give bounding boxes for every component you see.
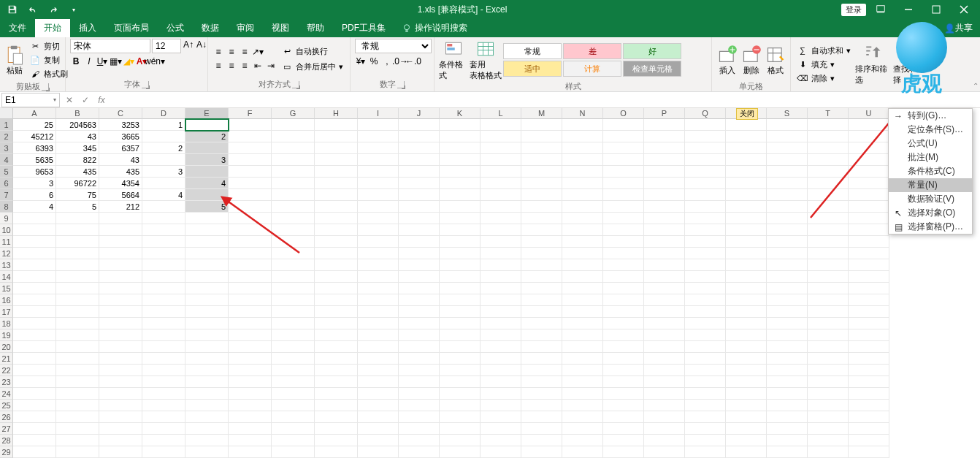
cell[interactable] [685,154,726,166]
cell[interactable] [644,119,685,131]
cell[interactable] [399,248,440,259]
cell[interactable] [767,365,808,376]
cell[interactable] [315,119,358,131]
cell[interactable] [726,376,767,388]
cell[interactable] [272,376,315,388]
row-headers[interactable]: 1234567891011121314151617181920212223242… [0,119,13,458]
cell[interactable] [440,142,481,154]
cell[interactable] [229,224,272,236]
percent-icon[interactable]: % [368,56,380,67]
currency-icon[interactable]: ¥▾ [355,56,367,67]
cell[interactable] [644,376,685,388]
cell[interactable] [142,435,185,446]
cell[interactable] [56,271,99,283]
cell[interactable] [440,166,481,178]
number-format-combo[interactable]: 常规 [355,39,432,53]
cell[interactable] [521,329,562,341]
cell[interactable] [481,400,521,411]
cell[interactable] [272,201,315,213]
cell[interactable] [603,306,644,318]
cell[interactable] [521,376,562,388]
cell[interactable] [99,329,142,341]
cell[interactable] [726,423,767,435]
decrease-font-icon[interactable]: A↓ [196,39,207,50]
cell[interactable] [13,400,56,411]
cell[interactable] [481,131,521,142]
cell[interactable] [521,119,562,131]
cell[interactable] [358,400,399,411]
cell[interactable] [767,423,808,435]
cell[interactable] [56,294,99,306]
cell[interactable] [315,154,358,166]
cell[interactable] [440,329,481,341]
cell[interactable] [808,283,849,294]
cell[interactable] [399,294,440,306]
cell[interactable] [481,388,521,400]
row-header[interactable]: 23 [0,376,13,388]
cell[interactable] [644,131,685,142]
cell[interactable] [521,236,562,248]
cell[interactable] [767,131,808,142]
cell[interactable] [767,189,808,201]
tab-view[interactable]: 视图 [263,19,298,37]
cell[interactable] [315,365,358,376]
row-header[interactable]: 22 [0,365,13,376]
cell[interactable] [440,119,481,131]
col-header-T[interactable]: T [808,108,849,119]
cell[interactable] [481,248,521,259]
cell[interactable] [440,248,481,259]
cell[interactable] [603,435,644,446]
cell[interactable] [767,294,808,306]
cell[interactable] [644,365,685,376]
cancel-formula-button[interactable]: ✕ [61,93,77,107]
row-header[interactable]: 9 [0,213,13,224]
cell[interactable] [142,283,185,294]
row-header[interactable]: 27 [0,423,13,435]
cell[interactable] [272,259,315,271]
cell[interactable] [808,318,849,329]
cell[interactable] [767,259,808,271]
cell[interactable] [849,142,889,154]
cell[interactable] [13,306,56,318]
cell[interactable] [440,423,481,435]
tab-insert[interactable]: 插入 [70,19,105,37]
cell[interactable] [142,353,185,365]
cell[interactable] [56,446,99,458]
cell[interactable] [521,353,562,365]
cell[interactable] [726,142,767,154]
cell[interactable] [315,376,358,388]
cell[interactable] [562,189,603,201]
cell[interactable] [399,189,440,201]
qat-customize[interactable]: ▾ [64,1,83,18]
align-bottom-icon[interactable]: ≡ [239,46,250,58]
cell[interactable] [399,435,440,446]
cell[interactable] [562,131,603,142]
cell[interactable] [767,236,808,248]
row-header[interactable]: 19 [0,329,13,341]
cell[interactable] [399,446,440,458]
cell[interactable] [685,283,726,294]
insert-cells-button[interactable]: 插入 [716,39,738,81]
cell[interactable] [726,294,767,306]
col-header-P[interactable]: P [644,108,685,119]
phonetic-button[interactable]: wén▾ [149,56,161,67]
cell[interactable] [229,306,272,318]
maximize-button[interactable] [923,1,949,18]
cell[interactable] [644,435,685,446]
cell[interactable] [726,201,767,213]
cell[interactable] [315,271,358,283]
cell[interactable] [358,154,399,166]
cell[interactable] [481,376,521,388]
row-header[interactable]: 2 [0,131,13,142]
merge-center-button[interactable]: ▭合并后居中▾ [280,60,345,73]
cell[interactable] [358,166,399,178]
cell[interactable] [315,446,358,458]
cell[interactable] [644,329,685,341]
cell[interactable] [56,306,99,318]
cell[interactable] [808,411,849,423]
cell[interactable] [56,236,99,248]
cell[interactable] [521,178,562,189]
cell[interactable] [358,259,399,271]
cell[interactable] [56,283,99,294]
cell[interactable] [521,271,562,283]
